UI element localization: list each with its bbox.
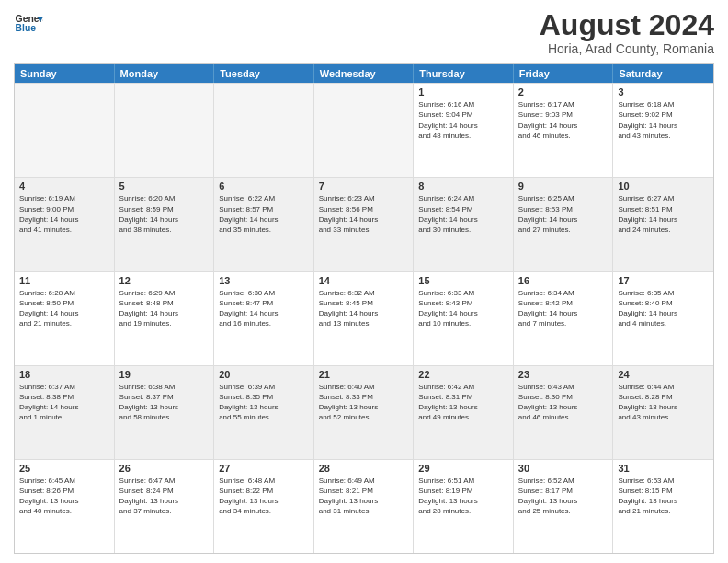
day-cell-8: 8Sunrise: 6:24 AM Sunset: 8:54 PM Daylig… [414, 178, 514, 270]
day-cell-4: 4Sunrise: 6:19 AM Sunset: 9:00 PM Daylig… [15, 178, 115, 270]
day-number: 12 [119, 275, 210, 286]
day-number: 10 [618, 180, 709, 191]
day-info: Sunrise: 6:17 AM Sunset: 9:03 PM Dayligh… [518, 99, 609, 141]
day-cell-1: 1Sunrise: 6:16 AM Sunset: 9:04 PM Daylig… [414, 84, 514, 177]
day-info: Sunrise: 6:24 AM Sunset: 8:54 PM Dayligh… [418, 193, 508, 235]
day-number: 15 [418, 275, 508, 286]
day-info: Sunrise: 6:37 AM Sunset: 8:38 PM Dayligh… [19, 382, 109, 423]
day-number: 8 [418, 180, 508, 191]
day-info: Sunrise: 6:33 AM Sunset: 8:43 PM Dayligh… [418, 288, 508, 329]
day-number: 20 [219, 369, 309, 380]
day-number: 4 [19, 180, 109, 191]
day-number: 11 [19, 275, 109, 286]
day-info: Sunrise: 6:22 AM Sunset: 8:57 PM Dayligh… [219, 193, 309, 235]
day-cell-13: 13Sunrise: 6:30 AM Sunset: 8:47 PM Dayli… [214, 272, 314, 365]
day-info: Sunrise: 6:53 AM Sunset: 8:15 PM Dayligh… [618, 476, 709, 517]
day-number: 29 [418, 463, 508, 474]
day-number: 18 [19, 369, 109, 380]
day-cell-29: 29Sunrise: 6:51 AM Sunset: 8:19 PM Dayli… [414, 460, 514, 553]
day-of-week-thursday: Thursday [414, 64, 514, 83]
logo: General Blue [14, 9, 43, 39]
day-info: Sunrise: 6:39 AM Sunset: 8:35 PM Dayligh… [219, 382, 309, 423]
day-cell-24: 24Sunrise: 6:44 AM Sunset: 8:28 PM Dayli… [613, 366, 713, 459]
day-info: Sunrise: 6:30 AM Sunset: 8:47 PM Dayligh… [219, 288, 309, 329]
day-number: 5 [119, 180, 210, 191]
header: General Blue August 2024 Horia, Arad Cou… [14, 9, 714, 56]
day-cell-11: 11Sunrise: 6:28 AM Sunset: 8:50 PM Dayli… [15, 272, 115, 365]
day-info: Sunrise: 6:18 AM Sunset: 9:02 PM Dayligh… [618, 99, 709, 141]
day-number: 23 [518, 369, 609, 380]
day-cell-28: 28Sunrise: 6:49 AM Sunset: 8:21 PM Dayli… [314, 460, 415, 553]
day-info: Sunrise: 6:19 AM Sunset: 9:00 PM Dayligh… [19, 193, 109, 235]
calendar-header: SundayMondayTuesdayWednesdayThursdayFrid… [15, 64, 713, 83]
day-cell-19: 19Sunrise: 6:38 AM Sunset: 8:37 PM Dayli… [115, 366, 215, 459]
day-number: 7 [319, 180, 409, 191]
calendar-row-2: 11Sunrise: 6:28 AM Sunset: 8:50 PM Dayli… [15, 271, 713, 365]
day-cell-22: 22Sunrise: 6:42 AM Sunset: 8:31 PM Dayli… [414, 366, 514, 459]
day-number: 26 [119, 463, 210, 474]
day-info: Sunrise: 6:29 AM Sunset: 8:48 PM Dayligh… [119, 288, 210, 329]
day-number: 13 [219, 275, 309, 286]
day-info: Sunrise: 6:35 AM Sunset: 8:40 PM Dayligh… [618, 288, 709, 329]
day-info: Sunrise: 6:47 AM Sunset: 8:24 PM Dayligh… [119, 476, 210, 517]
day-cell-9: 9Sunrise: 6:25 AM Sunset: 8:53 PM Daylig… [514, 178, 614, 270]
day-cell-26: 26Sunrise: 6:47 AM Sunset: 8:24 PM Dayli… [115, 460, 215, 553]
day-cell-10: 10Sunrise: 6:27 AM Sunset: 8:51 PM Dayli… [613, 178, 713, 270]
calendar-row-0: 1Sunrise: 6:16 AM Sunset: 9:04 PM Daylig… [15, 83, 713, 177]
day-cell-20: 20Sunrise: 6:39 AM Sunset: 8:35 PM Dayli… [214, 366, 314, 459]
main-title: August 2024 [540, 9, 714, 41]
calendar-row-3: 18Sunrise: 6:37 AM Sunset: 8:38 PM Dayli… [15, 365, 713, 459]
day-info: Sunrise: 6:51 AM Sunset: 8:19 PM Dayligh… [418, 476, 508, 517]
day-number: 3 [618, 86, 709, 98]
day-cell-2: 2Sunrise: 6:17 AM Sunset: 9:03 PM Daylig… [514, 84, 614, 177]
day-cell-27: 27Sunrise: 6:48 AM Sunset: 8:22 PM Dayli… [214, 460, 314, 553]
day-info: Sunrise: 6:27 AM Sunset: 8:51 PM Dayligh… [618, 193, 709, 235]
day-info: Sunrise: 6:34 AM Sunset: 8:42 PM Dayligh… [518, 288, 609, 329]
day-cell-7: 7Sunrise: 6:23 AM Sunset: 8:56 PM Daylig… [314, 178, 415, 270]
empty-cell [115, 84, 215, 177]
empty-cell [15, 84, 115, 177]
empty-cell [214, 84, 314, 177]
day-info: Sunrise: 6:38 AM Sunset: 8:37 PM Dayligh… [119, 382, 210, 423]
day-cell-6: 6Sunrise: 6:22 AM Sunset: 8:57 PM Daylig… [214, 178, 314, 270]
day-info: Sunrise: 6:16 AM Sunset: 9:04 PM Dayligh… [418, 99, 508, 141]
day-of-week-friday: Friday [514, 64, 614, 83]
day-number: 6 [219, 180, 309, 191]
day-info: Sunrise: 6:48 AM Sunset: 8:22 PM Dayligh… [219, 476, 309, 517]
day-info: Sunrise: 6:44 AM Sunset: 8:28 PM Dayligh… [618, 382, 709, 423]
day-cell-23: 23Sunrise: 6:43 AM Sunset: 8:30 PM Dayli… [514, 366, 614, 459]
day-cell-21: 21Sunrise: 6:40 AM Sunset: 8:33 PM Dayli… [314, 366, 415, 459]
day-info: Sunrise: 6:20 AM Sunset: 8:59 PM Dayligh… [119, 193, 210, 235]
page: General Blue August 2024 Horia, Arad Cou… [0, 0, 728, 563]
day-cell-14: 14Sunrise: 6:32 AM Sunset: 8:45 PM Dayli… [314, 272, 415, 365]
day-number: 2 [518, 86, 609, 98]
day-cell-15: 15Sunrise: 6:33 AM Sunset: 8:43 PM Dayli… [414, 272, 514, 365]
day-info: Sunrise: 6:42 AM Sunset: 8:31 PM Dayligh… [418, 382, 508, 423]
day-number: 16 [518, 275, 609, 286]
day-cell-12: 12Sunrise: 6:29 AM Sunset: 8:48 PM Dayli… [115, 272, 215, 365]
day-number: 27 [219, 463, 309, 474]
day-number: 30 [518, 463, 609, 474]
day-info: Sunrise: 6:28 AM Sunset: 8:50 PM Dayligh… [19, 288, 109, 329]
day-number: 28 [319, 463, 409, 474]
day-of-week-wednesday: Wednesday [314, 64, 415, 83]
day-info: Sunrise: 6:52 AM Sunset: 8:17 PM Dayligh… [518, 476, 609, 517]
day-of-week-saturday: Saturday [613, 64, 713, 83]
day-info: Sunrise: 6:43 AM Sunset: 8:30 PM Dayligh… [518, 382, 609, 423]
day-cell-30: 30Sunrise: 6:52 AM Sunset: 8:17 PM Dayli… [514, 460, 614, 553]
day-number: 14 [319, 275, 409, 286]
calendar-body: 1Sunrise: 6:16 AM Sunset: 9:04 PM Daylig… [15, 83, 713, 553]
svg-text:Blue: Blue [16, 23, 37, 33]
title-block: August 2024 Horia, Arad County, Romania [540, 9, 714, 56]
day-number: 19 [119, 369, 210, 380]
day-number: 21 [319, 369, 409, 380]
day-info: Sunrise: 6:23 AM Sunset: 8:56 PM Dayligh… [319, 193, 409, 235]
day-cell-3: 3Sunrise: 6:18 AM Sunset: 9:02 PM Daylig… [613, 84, 713, 177]
subtitle: Horia, Arad County, Romania [540, 41, 714, 56]
empty-cell [314, 84, 415, 177]
day-of-week-monday: Monday [115, 64, 215, 83]
day-number: 31 [618, 463, 709, 474]
day-number: 17 [618, 275, 709, 286]
day-cell-5: 5Sunrise: 6:20 AM Sunset: 8:59 PM Daylig… [115, 178, 215, 270]
day-of-week-tuesday: Tuesday [214, 64, 314, 83]
